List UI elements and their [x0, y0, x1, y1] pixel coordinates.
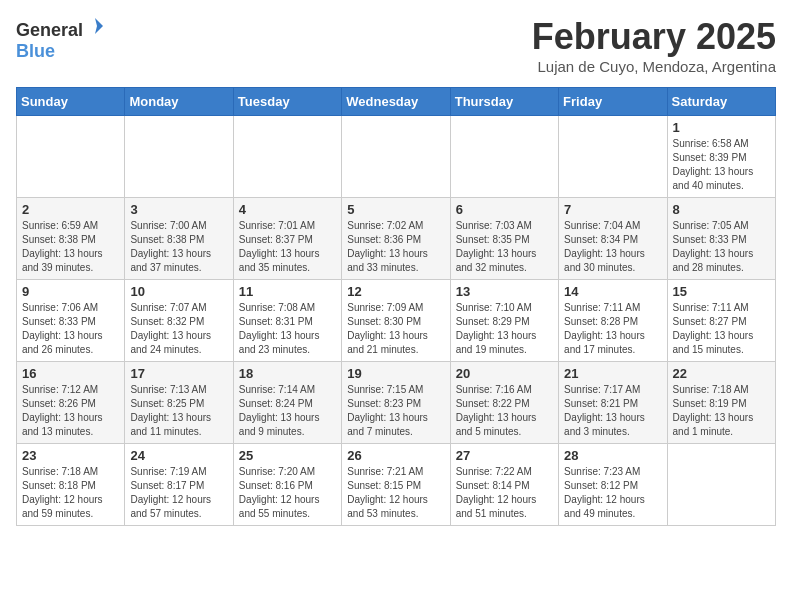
logo-text: General Blue	[16, 16, 105, 62]
day-cell-28: 28Sunrise: 7:23 AM Sunset: 8:12 PM Dayli…	[559, 444, 667, 526]
day-cell-14: 14Sunrise: 7:11 AM Sunset: 8:28 PM Dayli…	[559, 280, 667, 362]
empty-cell	[233, 116, 341, 198]
day-cell-5: 5Sunrise: 7:02 AM Sunset: 8:36 PM Daylig…	[342, 198, 450, 280]
day-number: 15	[673, 284, 770, 299]
day-cell-3: 3Sunrise: 7:00 AM Sunset: 8:38 PM Daylig…	[125, 198, 233, 280]
day-cell-19: 19Sunrise: 7:15 AM Sunset: 8:23 PM Dayli…	[342, 362, 450, 444]
day-cell-23: 23Sunrise: 7:18 AM Sunset: 8:18 PM Dayli…	[17, 444, 125, 526]
day-info: Sunrise: 7:04 AM Sunset: 8:34 PM Dayligh…	[564, 219, 661, 275]
week-row-2: 2Sunrise: 6:59 AM Sunset: 8:38 PM Daylig…	[17, 198, 776, 280]
day-cell-10: 10Sunrise: 7:07 AM Sunset: 8:32 PM Dayli…	[125, 280, 233, 362]
week-row-4: 16Sunrise: 7:12 AM Sunset: 8:26 PM Dayli…	[17, 362, 776, 444]
day-info: Sunrise: 7:22 AM Sunset: 8:14 PM Dayligh…	[456, 465, 553, 521]
day-number: 18	[239, 366, 336, 381]
day-cell-13: 13Sunrise: 7:10 AM Sunset: 8:29 PM Dayli…	[450, 280, 558, 362]
day-info: Sunrise: 7:12 AM Sunset: 8:26 PM Dayligh…	[22, 383, 119, 439]
day-cell-16: 16Sunrise: 7:12 AM Sunset: 8:26 PM Dayli…	[17, 362, 125, 444]
day-info: Sunrise: 7:09 AM Sunset: 8:30 PM Dayligh…	[347, 301, 444, 357]
day-info: Sunrise: 7:13 AM Sunset: 8:25 PM Dayligh…	[130, 383, 227, 439]
day-info: Sunrise: 6:58 AM Sunset: 8:39 PM Dayligh…	[673, 137, 770, 193]
day-number: 14	[564, 284, 661, 299]
header: General Blue February 2025 Lujan de Cuyo…	[16, 16, 776, 75]
day-cell-7: 7Sunrise: 7:04 AM Sunset: 8:34 PM Daylig…	[559, 198, 667, 280]
svg-marker-0	[95, 18, 103, 34]
day-cell-27: 27Sunrise: 7:22 AM Sunset: 8:14 PM Dayli…	[450, 444, 558, 526]
day-info: Sunrise: 7:19 AM Sunset: 8:17 PM Dayligh…	[130, 465, 227, 521]
location-title: Lujan de Cuyo, Mendoza, Argentina	[532, 58, 776, 75]
day-cell-22: 22Sunrise: 7:18 AM Sunset: 8:19 PM Dayli…	[667, 362, 775, 444]
day-number: 10	[130, 284, 227, 299]
day-number: 22	[673, 366, 770, 381]
day-number: 23	[22, 448, 119, 463]
empty-cell	[559, 116, 667, 198]
day-header-friday: Friday	[559, 88, 667, 116]
day-cell-12: 12Sunrise: 7:09 AM Sunset: 8:30 PM Dayli…	[342, 280, 450, 362]
logo-blue: Blue	[16, 41, 55, 61]
empty-cell	[17, 116, 125, 198]
day-cell-8: 8Sunrise: 7:05 AM Sunset: 8:33 PM Daylig…	[667, 198, 775, 280]
day-info: Sunrise: 7:01 AM Sunset: 8:37 PM Dayligh…	[239, 219, 336, 275]
day-header-tuesday: Tuesday	[233, 88, 341, 116]
day-info: Sunrise: 7:14 AM Sunset: 8:24 PM Dayligh…	[239, 383, 336, 439]
day-info: Sunrise: 7:18 AM Sunset: 8:18 PM Dayligh…	[22, 465, 119, 521]
empty-cell	[667, 444, 775, 526]
day-info: Sunrise: 7:02 AM Sunset: 8:36 PM Dayligh…	[347, 219, 444, 275]
day-info: Sunrise: 7:03 AM Sunset: 8:35 PM Dayligh…	[456, 219, 553, 275]
day-number: 13	[456, 284, 553, 299]
day-cell-21: 21Sunrise: 7:17 AM Sunset: 8:21 PM Dayli…	[559, 362, 667, 444]
day-info: Sunrise: 7:20 AM Sunset: 8:16 PM Dayligh…	[239, 465, 336, 521]
day-cell-4: 4Sunrise: 7:01 AM Sunset: 8:37 PM Daylig…	[233, 198, 341, 280]
day-info: Sunrise: 7:23 AM Sunset: 8:12 PM Dayligh…	[564, 465, 661, 521]
day-number: 24	[130, 448, 227, 463]
day-info: Sunrise: 7:10 AM Sunset: 8:29 PM Dayligh…	[456, 301, 553, 357]
week-row-3: 9Sunrise: 7:06 AM Sunset: 8:33 PM Daylig…	[17, 280, 776, 362]
day-info: Sunrise: 7:18 AM Sunset: 8:19 PM Dayligh…	[673, 383, 770, 439]
day-cell-15: 15Sunrise: 7:11 AM Sunset: 8:27 PM Dayli…	[667, 280, 775, 362]
day-number: 7	[564, 202, 661, 217]
day-info: Sunrise: 7:11 AM Sunset: 8:28 PM Dayligh…	[564, 301, 661, 357]
day-number: 9	[22, 284, 119, 299]
day-number: 21	[564, 366, 661, 381]
day-number: 19	[347, 366, 444, 381]
day-info: Sunrise: 6:59 AM Sunset: 8:38 PM Dayligh…	[22, 219, 119, 275]
day-info: Sunrise: 7:07 AM Sunset: 8:32 PM Dayligh…	[130, 301, 227, 357]
day-info: Sunrise: 7:16 AM Sunset: 8:22 PM Dayligh…	[456, 383, 553, 439]
day-number: 2	[22, 202, 119, 217]
day-number: 16	[22, 366, 119, 381]
day-header-saturday: Saturday	[667, 88, 775, 116]
empty-cell	[450, 116, 558, 198]
day-cell-1: 1Sunrise: 6:58 AM Sunset: 8:39 PM Daylig…	[667, 116, 775, 198]
day-info: Sunrise: 7:11 AM Sunset: 8:27 PM Dayligh…	[673, 301, 770, 357]
day-info: Sunrise: 7:06 AM Sunset: 8:33 PM Dayligh…	[22, 301, 119, 357]
day-info: Sunrise: 7:15 AM Sunset: 8:23 PM Dayligh…	[347, 383, 444, 439]
week-row-5: 23Sunrise: 7:18 AM Sunset: 8:18 PM Dayli…	[17, 444, 776, 526]
day-info: Sunrise: 7:08 AM Sunset: 8:31 PM Dayligh…	[239, 301, 336, 357]
day-cell-26: 26Sunrise: 7:21 AM Sunset: 8:15 PM Dayli…	[342, 444, 450, 526]
day-cell-24: 24Sunrise: 7:19 AM Sunset: 8:17 PM Dayli…	[125, 444, 233, 526]
day-cell-11: 11Sunrise: 7:08 AM Sunset: 8:31 PM Dayli…	[233, 280, 341, 362]
day-info: Sunrise: 7:21 AM Sunset: 8:15 PM Dayligh…	[347, 465, 444, 521]
day-number: 6	[456, 202, 553, 217]
title-area: February 2025 Lujan de Cuyo, Mendoza, Ar…	[532, 16, 776, 75]
week-row-1: 1Sunrise: 6:58 AM Sunset: 8:39 PM Daylig…	[17, 116, 776, 198]
day-number: 28	[564, 448, 661, 463]
logo-general: General	[16, 20, 83, 40]
day-number: 25	[239, 448, 336, 463]
day-cell-2: 2Sunrise: 6:59 AM Sunset: 8:38 PM Daylig…	[17, 198, 125, 280]
day-header-sunday: Sunday	[17, 88, 125, 116]
day-number: 20	[456, 366, 553, 381]
day-info: Sunrise: 7:00 AM Sunset: 8:38 PM Dayligh…	[130, 219, 227, 275]
day-info: Sunrise: 7:05 AM Sunset: 8:33 PM Dayligh…	[673, 219, 770, 275]
empty-cell	[342, 116, 450, 198]
day-info: Sunrise: 7:17 AM Sunset: 8:21 PM Dayligh…	[564, 383, 661, 439]
day-header-monday: Monday	[125, 88, 233, 116]
day-number: 12	[347, 284, 444, 299]
day-cell-6: 6Sunrise: 7:03 AM Sunset: 8:35 PM Daylig…	[450, 198, 558, 280]
day-number: 1	[673, 120, 770, 135]
day-header-thursday: Thursday	[450, 88, 558, 116]
header-row: SundayMondayTuesdayWednesdayThursdayFrid…	[17, 88, 776, 116]
empty-cell	[125, 116, 233, 198]
day-number: 5	[347, 202, 444, 217]
day-cell-25: 25Sunrise: 7:20 AM Sunset: 8:16 PM Dayli…	[233, 444, 341, 526]
month-title: February 2025	[532, 16, 776, 58]
